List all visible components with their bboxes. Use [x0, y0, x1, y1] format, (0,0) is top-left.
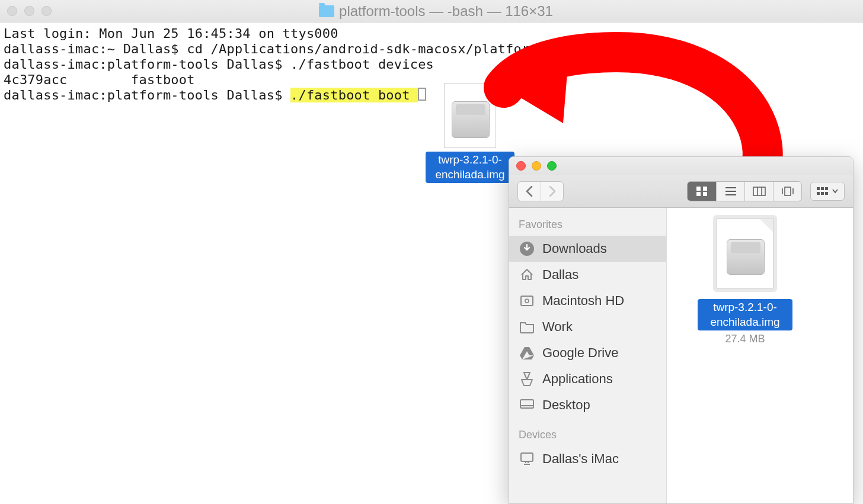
file-size-label: 27.4 MB: [698, 333, 792, 345]
file-name-label: twrp-3.2.1-0-enchilada.img: [698, 299, 792, 330]
list-view-button[interactable]: [716, 182, 744, 201]
icon-view-button[interactable]: [688, 182, 716, 201]
svg-rect-3: [696, 192, 701, 196]
finder-titlebar[interactable]: [509, 157, 853, 175]
finder-toolbar: [509, 175, 853, 208]
sidebar-item-applications[interactable]: Applications: [509, 366, 666, 392]
grid-icon: [817, 187, 829, 195]
terminal-line: Last login: Mon Jun 25 16:45:34 on ttys0…: [4, 26, 338, 41]
sidebar-item-desktop[interactable]: Desktop: [509, 392, 666, 418]
disk-image-file-icon: [444, 83, 496, 148]
nav-back-forward: [517, 181, 564, 201]
maximize-icon[interactable]: [547, 161, 557, 171]
sidebar-item-label: Macintosh HD: [542, 293, 624, 309]
folder-icon: [519, 319, 535, 335]
group-dropdown[interactable]: [810, 182, 845, 201]
close-icon[interactable]: [7, 6, 17, 16]
sidebar-item-google-drive[interactable]: Google Drive: [509, 340, 666, 366]
sidebar-item-label: Desktop: [542, 397, 590, 413]
sidebar-item-work[interactable]: Work: [509, 314, 666, 340]
back-button[interactable]: [518, 182, 541, 201]
svg-rect-18: [821, 192, 824, 195]
sidebar-item-imac[interactable]: Dallas's iMac: [509, 446, 666, 472]
svg-rect-16: [825, 187, 828, 190]
home-icon: [519, 267, 535, 283]
svg-rect-14: [817, 187, 820, 190]
svg-rect-19: [825, 192, 828, 195]
svg-rect-17: [817, 192, 820, 195]
finder-window: Favorites Downloads Dallas Macintosh HD: [509, 156, 854, 504]
svg-rect-23: [520, 400, 533, 408]
disk-image-file-icon: [717, 219, 773, 288]
terminal-title: platform-tools — -bash — 116×31: [339, 3, 553, 20]
terminal-line: dallass-imac:platform-tools Dallas$ ./fa…: [4, 57, 434, 72]
applications-icon: [519, 371, 535, 387]
terminal-titlebar: platform-tools — -bash — 116×31: [0, 0, 863, 23]
finder-content[interactable]: twrp-3.2.1-0-enchilada.img 27.4 MB: [667, 208, 853, 503]
sidebar-item-label: Google Drive: [542, 345, 618, 361]
finder-sidebar: Favorites Downloads Dallas Macintosh HD: [509, 208, 667, 503]
maximize-icon[interactable]: [41, 6, 52, 16]
sidebar-item-label: Applications: [542, 371, 613, 387]
svg-rect-25: [521, 453, 533, 461]
file-item[interactable]: twrp-3.2.1-0-enchilada.img 27.4 MB: [698, 215, 792, 345]
forward-button[interactable]: [541, 182, 563, 201]
svg-rect-4: [703, 192, 707, 196]
sidebar-item-macintosh-hd[interactable]: Macintosh HD: [509, 288, 666, 314]
terminal-line: dallass-imac:~ Dallas$ cd /Applications/…: [4, 41, 586, 56]
sidebar-item-label: Dallas: [542, 267, 578, 283]
dragged-file-label: twrp-3.2.1-0-enchilada.img: [426, 152, 514, 183]
close-icon[interactable]: [516, 161, 526, 171]
column-view-button[interactable]: [744, 182, 773, 201]
terminal-line: 4c379acc fastboot: [4, 72, 195, 87]
downloads-icon: [519, 240, 535, 257]
desktop-icon: [519, 397, 535, 413]
google-drive-icon: [519, 345, 535, 361]
svg-point-22: [525, 299, 529, 303]
view-mode-group: [687, 181, 802, 201]
gallery-view-button[interactable]: [773, 182, 801, 201]
imac-icon: [519, 451, 535, 467]
svg-rect-21: [521, 296, 533, 306]
sidebar-item-downloads[interactable]: Downloads: [509, 236, 666, 262]
sidebar-item-label: Dallas's iMac: [542, 451, 619, 467]
sidebar-item-label: Work: [542, 319, 573, 335]
svg-rect-11: [785, 187, 791, 195]
dragged-file[interactable]: twrp-3.2.1-0-enchilada.img: [426, 83, 514, 183]
svg-rect-15: [821, 187, 824, 190]
sidebar-item-label: Downloads: [542, 241, 607, 256]
hard-drive-icon: [519, 293, 535, 309]
sidebar-item-home[interactable]: Dallas: [509, 262, 666, 288]
highlighted-command: ./fastboot boot: [290, 88, 418, 102]
svg-rect-2: [703, 187, 707, 191]
minimize-icon[interactable]: [532, 161, 541, 171]
sidebar-section-devices: Devices: [509, 426, 666, 446]
chevron-down-icon: [832, 189, 838, 194]
svg-rect-1: [696, 187, 701, 191]
svg-rect-8: [753, 187, 765, 195]
folder-icon: [319, 5, 334, 17]
minimize-icon[interactable]: [24, 6, 34, 16]
terminal-line: dallass-imac:platform-tools Dallas$: [4, 88, 290, 102]
sidebar-section-favorites: Favorites: [509, 216, 666, 236]
